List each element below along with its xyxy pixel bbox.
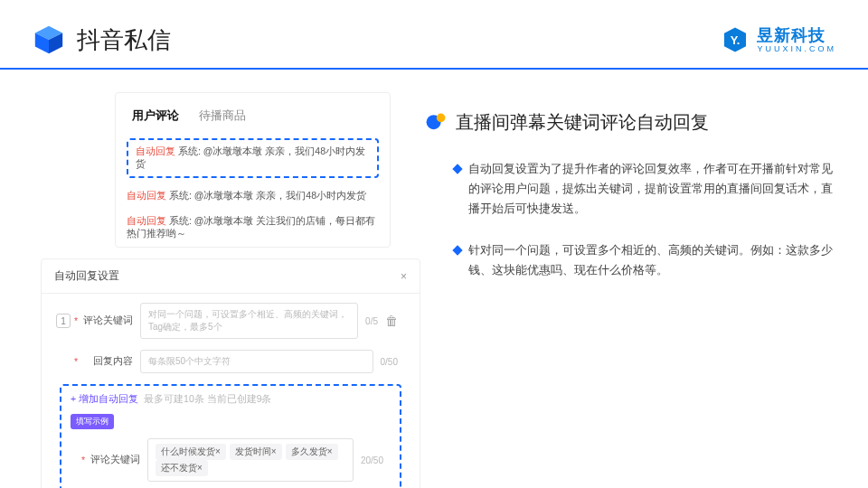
svg-point-5 [437, 113, 446, 122]
chat-bubble-icon [425, 112, 447, 134]
reply-item: 自动回复 系统: @冰墩墩本墩 关注我们的店铺，每日都有热门推荐哟～ [116, 209, 390, 247]
add-reply-link[interactable]: + 增加自动回复 最多可建10条 当前已创建9条 [67, 391, 394, 411]
brand-name: 昱新科技 [757, 27, 836, 43]
row-number: 1 [56, 314, 71, 328]
keyword-input[interactable]: 对同一个问题，可设置多个相近、高频的关键词，Tag确定，最多5个 [140, 303, 358, 339]
highlighted-reply: 自动回复 系统: @冰墩墩本墩 亲亲，我们48小时内发货 [127, 138, 379, 178]
bullet-text: 针对同一个问题，可设置多个相近的、高频的关键词。例如：这款多少钱、这块能优惠吗、… [468, 241, 836, 281]
tab-pending-goods[interactable]: 待播商品 [199, 108, 246, 124]
reply-user: @冰墩墩本墩 [203, 145, 263, 156]
settings-title-bar: 自动回复设置 × [42, 259, 420, 294]
brand-url: YUUXIN.COM [757, 45, 836, 53]
content-counter: 0/50 [381, 357, 398, 367]
example-badge: 填写示例 [71, 414, 114, 429]
bullet-item: 针对同一个问题，可设置多个相近的、高频的关键词。例如：这款多少钱、这块能优惠吗、… [425, 241, 836, 281]
settings-panel: 自动回复设置 × 1 * 评论关键词 对同一个问题，可设置多个相近、高频的关键词… [41, 258, 420, 488]
svg-text:Y.: Y. [731, 33, 741, 47]
section-heading: 直播间弹幕关键词评论自动回复 [425, 110, 836, 135]
auto-reply-label: 自动回复 [136, 145, 175, 156]
keyword-row: 1 * 评论关键词 对同一个问题，可设置多个相近、高频的关键词，Tag确定，最多… [52, 297, 409, 344]
diamond-icon [452, 245, 462, 255]
example-tags[interactable]: 什么时候发货×发货时间×多久发货×还不发货× [147, 438, 354, 482]
keyword-counter: 0/5 [365, 316, 378, 326]
bullet-text: 自动回复设置为了提升作者的评论回复效率，作者可在开播前针对常见的评论用户问题，提… [468, 160, 836, 220]
panel-tabs: 用户评论 待播商品 [116, 93, 390, 133]
right-column: 直播间弹幕关键词评论自动回复 自动回复设置为了提升作者的评论回复效率，作者可在开… [425, 92, 868, 488]
cube-icon [32, 23, 66, 57]
settings-title: 自动回复设置 [54, 268, 119, 284]
bullet-item: 自动回复设置为了提升作者的评论回复效率，作者可在开播前针对常见的评论用户问题，提… [425, 160, 836, 220]
trash-icon[interactable]: 🗑 [385, 314, 398, 328]
heading-text: 直播间弹幕关键词评论自动回复 [456, 110, 709, 135]
system-prefix: 系统: [178, 145, 201, 156]
content-label: 回复内容 [83, 355, 133, 368]
reply-item: 自动回复 系统: @冰墩墩本墩 亲亲，我们48小时内发货 [116, 183, 390, 209]
header-left: 抖音私信 [32, 23, 171, 57]
left-column: 用户评论 待播商品 自动回复 系统: @冰墩墩本墩 亲亲，我们48小时内发货 自… [0, 92, 425, 488]
content-input[interactable]: 每条限50个中文字符 [140, 350, 373, 373]
page-title: 抖音私信 [77, 24, 171, 56]
tab-user-comments[interactable]: 用户评论 [132, 108, 179, 124]
comments-panel: 用户评论 待播商品 自动回复 系统: @冰墩墩本墩 亲亲，我们48小时内发货 自… [115, 92, 391, 248]
content-row: * 回复内容 每条限50个中文字符 0/50 [52, 344, 409, 379]
close-icon[interactable]: × [401, 270, 407, 283]
keyword-label: 评论关键词 [83, 314, 133, 327]
example-keyword-row: * 评论关键词 什么时候发货×发货时间×多久发货×还不发货× 20/50 [67, 433, 394, 487]
content: 用户评论 待播商品 自动回复 系统: @冰墩墩本墩 亲亲，我们48小时内发货 自… [0, 70, 868, 488]
brand: Y. 昱新科技 YUUXIN.COM [721, 25, 836, 54]
header: 抖音私信 Y. 昱新科技 YUUXIN.COM [0, 0, 868, 57]
example-section: + 增加自动回复 最多可建10条 当前已创建9条 填写示例 * 评论关键词 什么… [60, 384, 401, 488]
brand-logo-icon: Y. [721, 25, 750, 54]
diamond-icon [452, 164, 462, 174]
